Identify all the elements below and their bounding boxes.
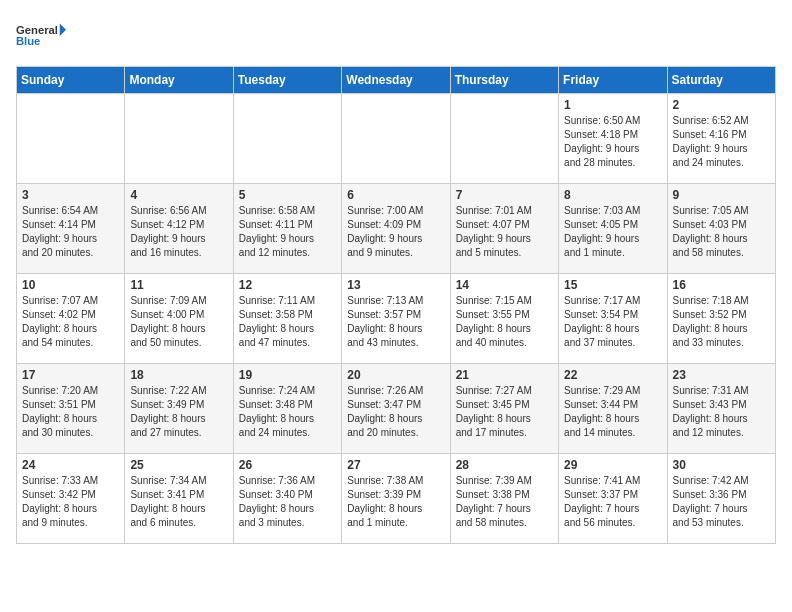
svg-text:General: General xyxy=(16,24,58,36)
day-number: 13 xyxy=(347,278,444,292)
calendar-cell: 18Sunrise: 7:22 AM Sunset: 3:49 PM Dayli… xyxy=(125,364,233,454)
calendar-cell: 17Sunrise: 7:20 AM Sunset: 3:51 PM Dayli… xyxy=(17,364,125,454)
day-header-friday: Friday xyxy=(559,67,667,94)
calendar-cell xyxy=(342,94,450,184)
day-number: 6 xyxy=(347,188,444,202)
calendar-cell: 13Sunrise: 7:13 AM Sunset: 3:57 PM Dayli… xyxy=(342,274,450,364)
calendar-cell: 20Sunrise: 7:26 AM Sunset: 3:47 PM Dayli… xyxy=(342,364,450,454)
day-info: Sunrise: 7:18 AM Sunset: 3:52 PM Dayligh… xyxy=(673,294,770,350)
day-info: Sunrise: 7:00 AM Sunset: 4:09 PM Dayligh… xyxy=(347,204,444,260)
calendar-cell: 4Sunrise: 6:56 AM Sunset: 4:12 PM Daylig… xyxy=(125,184,233,274)
calendar-cell: 25Sunrise: 7:34 AM Sunset: 3:41 PM Dayli… xyxy=(125,454,233,544)
day-number: 29 xyxy=(564,458,661,472)
day-number: 17 xyxy=(22,368,119,382)
calendar-week-row: 24Sunrise: 7:33 AM Sunset: 3:42 PM Dayli… xyxy=(17,454,776,544)
day-info: Sunrise: 7:34 AM Sunset: 3:41 PM Dayligh… xyxy=(130,474,227,530)
calendar-week-row: 10Sunrise: 7:07 AM Sunset: 4:02 PM Dayli… xyxy=(17,274,776,364)
day-header-sunday: Sunday xyxy=(17,67,125,94)
day-info: Sunrise: 7:17 AM Sunset: 3:54 PM Dayligh… xyxy=(564,294,661,350)
day-info: Sunrise: 7:33 AM Sunset: 3:42 PM Dayligh… xyxy=(22,474,119,530)
day-number: 2 xyxy=(673,98,770,112)
day-info: Sunrise: 7:24 AM Sunset: 3:48 PM Dayligh… xyxy=(239,384,336,440)
day-number: 7 xyxy=(456,188,553,202)
logo: General Blue xyxy=(16,16,66,56)
day-number: 3 xyxy=(22,188,119,202)
calendar-cell: 26Sunrise: 7:36 AM Sunset: 3:40 PM Dayli… xyxy=(233,454,341,544)
calendar-cell: 16Sunrise: 7:18 AM Sunset: 3:52 PM Dayli… xyxy=(667,274,775,364)
calendar-cell xyxy=(125,94,233,184)
calendar-header-row: SundayMondayTuesdayWednesdayThursdayFrid… xyxy=(17,67,776,94)
day-number: 26 xyxy=(239,458,336,472)
day-info: Sunrise: 7:20 AM Sunset: 3:51 PM Dayligh… xyxy=(22,384,119,440)
day-number: 14 xyxy=(456,278,553,292)
day-info: Sunrise: 7:07 AM Sunset: 4:02 PM Dayligh… xyxy=(22,294,119,350)
day-number: 16 xyxy=(673,278,770,292)
day-info: Sunrise: 7:39 AM Sunset: 3:38 PM Dayligh… xyxy=(456,474,553,530)
calendar-cell: 2Sunrise: 6:52 AM Sunset: 4:16 PM Daylig… xyxy=(667,94,775,184)
day-number: 4 xyxy=(130,188,227,202)
day-number: 30 xyxy=(673,458,770,472)
day-info: Sunrise: 7:41 AM Sunset: 3:37 PM Dayligh… xyxy=(564,474,661,530)
day-info: Sunrise: 7:29 AM Sunset: 3:44 PM Dayligh… xyxy=(564,384,661,440)
calendar-cell xyxy=(17,94,125,184)
calendar-cell: 12Sunrise: 7:11 AM Sunset: 3:58 PM Dayli… xyxy=(233,274,341,364)
day-number: 5 xyxy=(239,188,336,202)
day-info: Sunrise: 7:31 AM Sunset: 3:43 PM Dayligh… xyxy=(673,384,770,440)
day-info: Sunrise: 7:26 AM Sunset: 3:47 PM Dayligh… xyxy=(347,384,444,440)
header: General Blue xyxy=(16,16,776,56)
svg-marker-2 xyxy=(60,24,66,37)
calendar-week-row: 17Sunrise: 7:20 AM Sunset: 3:51 PM Dayli… xyxy=(17,364,776,454)
day-info: Sunrise: 7:05 AM Sunset: 4:03 PM Dayligh… xyxy=(673,204,770,260)
logo-svg: General Blue xyxy=(16,16,66,56)
calendar-cell: 6Sunrise: 7:00 AM Sunset: 4:09 PM Daylig… xyxy=(342,184,450,274)
day-number: 25 xyxy=(130,458,227,472)
calendar-cell: 9Sunrise: 7:05 AM Sunset: 4:03 PM Daylig… xyxy=(667,184,775,274)
calendar-body: 1Sunrise: 6:50 AM Sunset: 4:18 PM Daylig… xyxy=(17,94,776,544)
day-header-tuesday: Tuesday xyxy=(233,67,341,94)
day-info: Sunrise: 7:15 AM Sunset: 3:55 PM Dayligh… xyxy=(456,294,553,350)
calendar-cell: 24Sunrise: 7:33 AM Sunset: 3:42 PM Dayli… xyxy=(17,454,125,544)
day-number: 27 xyxy=(347,458,444,472)
day-info: Sunrise: 7:38 AM Sunset: 3:39 PM Dayligh… xyxy=(347,474,444,530)
calendar-cell: 5Sunrise: 6:58 AM Sunset: 4:11 PM Daylig… xyxy=(233,184,341,274)
day-number: 15 xyxy=(564,278,661,292)
day-number: 10 xyxy=(22,278,119,292)
day-info: Sunrise: 7:13 AM Sunset: 3:57 PM Dayligh… xyxy=(347,294,444,350)
calendar-cell: 21Sunrise: 7:27 AM Sunset: 3:45 PM Dayli… xyxy=(450,364,558,454)
day-info: Sunrise: 7:22 AM Sunset: 3:49 PM Dayligh… xyxy=(130,384,227,440)
calendar-cell: 1Sunrise: 6:50 AM Sunset: 4:18 PM Daylig… xyxy=(559,94,667,184)
calendar-week-row: 3Sunrise: 6:54 AM Sunset: 4:14 PM Daylig… xyxy=(17,184,776,274)
day-info: Sunrise: 7:03 AM Sunset: 4:05 PM Dayligh… xyxy=(564,204,661,260)
day-info: Sunrise: 6:54 AM Sunset: 4:14 PM Dayligh… xyxy=(22,204,119,260)
calendar-cell: 11Sunrise: 7:09 AM Sunset: 4:00 PM Dayli… xyxy=(125,274,233,364)
calendar-table: SundayMondayTuesdayWednesdayThursdayFrid… xyxy=(16,66,776,544)
day-header-monday: Monday xyxy=(125,67,233,94)
day-header-thursday: Thursday xyxy=(450,67,558,94)
day-number: 19 xyxy=(239,368,336,382)
day-info: Sunrise: 7:27 AM Sunset: 3:45 PM Dayligh… xyxy=(456,384,553,440)
day-number: 9 xyxy=(673,188,770,202)
calendar-cell: 29Sunrise: 7:41 AM Sunset: 3:37 PM Dayli… xyxy=(559,454,667,544)
calendar-cell: 27Sunrise: 7:38 AM Sunset: 3:39 PM Dayli… xyxy=(342,454,450,544)
calendar-cell xyxy=(233,94,341,184)
day-number: 23 xyxy=(673,368,770,382)
calendar-week-row: 1Sunrise: 6:50 AM Sunset: 4:18 PM Daylig… xyxy=(17,94,776,184)
day-number: 28 xyxy=(456,458,553,472)
calendar-cell: 22Sunrise: 7:29 AM Sunset: 3:44 PM Dayli… xyxy=(559,364,667,454)
day-number: 21 xyxy=(456,368,553,382)
day-info: Sunrise: 7:01 AM Sunset: 4:07 PM Dayligh… xyxy=(456,204,553,260)
calendar-cell: 10Sunrise: 7:07 AM Sunset: 4:02 PM Dayli… xyxy=(17,274,125,364)
day-number: 12 xyxy=(239,278,336,292)
day-info: Sunrise: 7:42 AM Sunset: 3:36 PM Dayligh… xyxy=(673,474,770,530)
svg-text:Blue: Blue xyxy=(16,35,40,47)
day-info: Sunrise: 7:36 AM Sunset: 3:40 PM Dayligh… xyxy=(239,474,336,530)
day-number: 20 xyxy=(347,368,444,382)
day-number: 8 xyxy=(564,188,661,202)
calendar-cell: 3Sunrise: 6:54 AM Sunset: 4:14 PM Daylig… xyxy=(17,184,125,274)
calendar-cell: 30Sunrise: 7:42 AM Sunset: 3:36 PM Dayli… xyxy=(667,454,775,544)
day-info: Sunrise: 6:58 AM Sunset: 4:11 PM Dayligh… xyxy=(239,204,336,260)
day-info: Sunrise: 7:11 AM Sunset: 3:58 PM Dayligh… xyxy=(239,294,336,350)
calendar-cell: 19Sunrise: 7:24 AM Sunset: 3:48 PM Dayli… xyxy=(233,364,341,454)
day-info: Sunrise: 7:09 AM Sunset: 4:00 PM Dayligh… xyxy=(130,294,227,350)
day-number: 18 xyxy=(130,368,227,382)
